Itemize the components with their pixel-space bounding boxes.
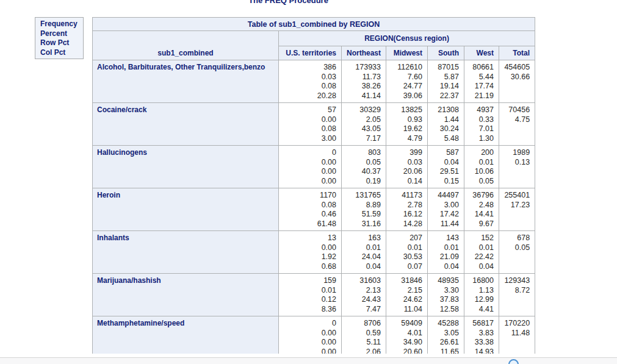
data-cell: 213081.4430.245.48 <box>428 103 464 146</box>
table-row: Cocaine/crack570.000.083.00303292.0543.0… <box>93 103 535 146</box>
sas-results-viewport: The FREQ Procedure Frequency Percent Row… <box>0 0 617 364</box>
data-cell: 318462.1524.6211.04 <box>386 274 428 316</box>
data-cell: 367962.4814.419.67 <box>464 188 499 231</box>
legend-line-frequency: Frequency <box>40 20 81 29</box>
data-cell: 6780.05 <box>499 231 535 274</box>
column-header-northeast: Northeast <box>342 46 386 60</box>
data-cell: 1317658.8951.5931.16 <box>342 188 386 231</box>
table-scroll-region: Table of sub1_combined by REGION sub1_co… <box>92 17 536 354</box>
column-header-midwest: Midwest <box>386 46 428 60</box>
data-cell: 303292.0543.057.17 <box>342 103 386 146</box>
data-cell: 168001.1312.994.41 <box>464 274 499 316</box>
region-group-header: REGION(Census region) <box>279 31 535 46</box>
data-cell: 1293438.72 <box>499 274 535 316</box>
data-cell: 1126107.6024.7739.06 <box>386 60 428 103</box>
column-header-u-s-territories: U.S. territories <box>279 46 342 60</box>
column-header-west: West <box>464 46 499 60</box>
table-row: Inhalants130.001.920.681630.0124.040.042… <box>93 231 535 274</box>
data-cell: 87060.595.112.06 <box>342 316 386 354</box>
footer-divider-bar <box>0 357 617 364</box>
row-label-methamphetamine-speed: Methamphetamine/speed <box>93 316 279 354</box>
data-cell: 452883.0526.6111.65 <box>428 316 464 354</box>
data-cell: 17393311.7338.2641.14 <box>342 60 386 103</box>
data-cell: 5870.0429.510.15 <box>428 146 464 188</box>
data-cell: 870155.8719.1422.37 <box>428 60 464 103</box>
data-cell: 2070.0130.530.07 <box>386 231 428 274</box>
row-label-alcohol-barbiturates-other-tranquilizers: Alcohol, Barbiturates, Other Tranquilize… <box>93 60 279 103</box>
freq-crosstab-table: Table of sub1_combined by REGION sub1_co… <box>92 17 535 354</box>
row-label-cocaine-crack: Cocaine/crack <box>93 103 279 146</box>
data-cell: 25540117.23 <box>499 188 535 231</box>
data-cell: 00.000.000.00 <box>279 146 342 188</box>
legend-line-row-pct: Row Pct <box>40 38 81 48</box>
row-label-inhalants: Inhalants <box>93 231 279 274</box>
table-row: Alcohol, Barbiturates, Other Tranquilize… <box>93 60 535 103</box>
data-cell: 8030.0540.370.19 <box>342 146 386 188</box>
column-header-total: Total <box>499 46 535 60</box>
table-row: Marijuana/hashish1590.010.128.36316032.1… <box>93 274 535 316</box>
column-header-south: South <box>428 46 464 60</box>
legend-line-col-pct: Col Pct <box>40 48 81 58</box>
data-cell: 316032.1324.437.47 <box>342 274 386 316</box>
data-cell: 45460530.66 <box>499 60 535 103</box>
data-cell: 570.000.083.00 <box>279 103 342 146</box>
data-cell: 411732.7816.1214.28 <box>386 188 428 231</box>
table-row: Hallucinogens00.000.000.008030.0540.370.… <box>93 146 535 188</box>
data-cell: 1520.0122.420.04 <box>464 231 499 274</box>
data-cell: 1430.0121.090.04 <box>428 231 464 274</box>
table-row: Methamphetamine/speed00.000.000.0087060.… <box>93 316 535 354</box>
data-cell: 489353.3037.8312.58 <box>428 274 464 316</box>
row-label-marijuana-hashish: Marijuana/hashish <box>93 274 279 316</box>
data-cell: 3860.030.0820.28 <box>279 60 342 103</box>
page-title: The FREQ Procedure <box>0 0 577 5</box>
table-legend: Frequency Percent Row Pct Col Pct <box>35 17 84 59</box>
data-cell: 1590.010.128.36 <box>279 274 342 316</box>
data-cell: 49370.337.011.30 <box>464 103 499 146</box>
data-cell: 11700.080.4661.48 <box>279 188 342 231</box>
row-label-heroin: Heroin <box>93 188 279 231</box>
data-cell: 1630.0124.040.04 <box>342 231 386 274</box>
data-cell: 00.000.000.00 <box>279 316 342 354</box>
data-cell: 138250.9319.624.79 <box>386 103 428 146</box>
stub-header: sub1_combined <box>93 31 279 60</box>
data-cell: 130.001.920.68 <box>279 231 342 274</box>
data-cell: 17022011.48 <box>499 316 535 354</box>
row-label-hallucinogens: Hallucinogens <box>93 146 279 188</box>
data-cell: 806615.4417.7421.19 <box>464 60 499 103</box>
data-cell: 444973.0017.4211.44 <box>428 188 464 231</box>
table-row: Heroin11700.080.4661.481317658.8951.5931… <box>93 188 535 231</box>
data-cell: 568173.8333.3814.93 <box>464 316 499 354</box>
data-cell: 3990.0320.060.14 <box>386 146 428 188</box>
legend-line-percent: Percent <box>40 29 81 39</box>
data-cell: 704564.75 <box>499 103 535 146</box>
table-title: Table of sub1_combined by REGION <box>93 18 535 31</box>
data-cell: 19890.13 <box>499 146 535 188</box>
data-cell: 2000.0110.060.05 <box>464 146 499 188</box>
data-cell: 594094.0134.9020.60 <box>386 316 428 354</box>
